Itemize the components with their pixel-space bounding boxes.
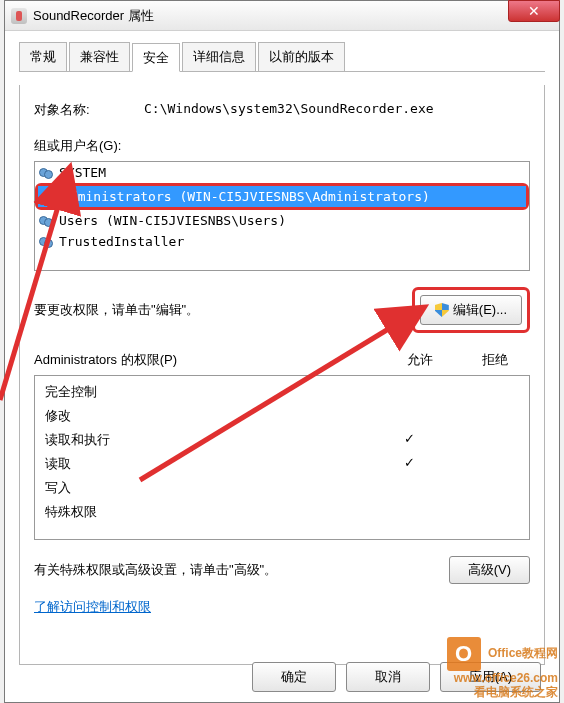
- learn-link[interactable]: 了解访问控制和权限: [34, 598, 151, 616]
- group-icon: [42, 190, 58, 204]
- perm-allow: ✓: [369, 455, 449, 473]
- properties-dialog: SoundRecorder 属性 ✕ 常规 兼容性 安全 详细信息 以前的版本 …: [4, 0, 560, 703]
- object-path: C:\Windows\system32\SoundRecorder.exe: [144, 101, 434, 119]
- tab-compatibility[interactable]: 兼容性: [69, 42, 130, 71]
- perm-deny: [449, 455, 519, 473]
- perm-name: 完全控制: [45, 383, 369, 401]
- perm-row: 读取 ✓: [45, 452, 519, 476]
- tab-details[interactable]: 详细信息: [182, 42, 256, 71]
- list-item-label: TrustedInstaller: [59, 234, 184, 249]
- object-name-label: 对象名称:: [34, 101, 144, 119]
- edit-button-label: 编辑(E)...: [453, 301, 507, 319]
- allow-header: 允许: [380, 351, 460, 369]
- advanced-row: 有关特殊权限或高级设置，请单击"高级"。 高级(V): [34, 556, 530, 584]
- list-item[interactable]: Administrators (WIN-CI5JVIESNBS\Administ…: [38, 186, 526, 207]
- highlight-box-users: Administrators (WIN-CI5JVIESNBS\Administ…: [35, 183, 529, 210]
- ok-button[interactable]: 确定: [252, 662, 336, 692]
- highlight-box-edit: 编辑(E)...: [412, 287, 530, 333]
- advanced-button-label: 高级(V): [468, 561, 511, 579]
- tab-general[interactable]: 常规: [19, 42, 67, 71]
- advanced-button[interactable]: 高级(V): [449, 556, 530, 584]
- perm-allow: [369, 383, 449, 401]
- group-icon: [39, 235, 55, 249]
- edit-button[interactable]: 编辑(E)...: [420, 295, 522, 325]
- app-icon: [11, 8, 27, 24]
- cancel-button[interactable]: 取消: [346, 662, 430, 692]
- permissions-listbox: 完全控制 修改 读取和执行 ✓ 读取 ✓: [34, 375, 530, 540]
- tab-strip: 常规 兼容性 安全 详细信息 以前的版本: [19, 42, 545, 72]
- shield-icon: [435, 303, 449, 317]
- permissions-title: Administrators 的权限(P): [34, 351, 380, 369]
- deny-header: 拒绝: [460, 351, 530, 369]
- perm-deny: [449, 383, 519, 401]
- permissions-header: Administrators 的权限(P) 允许 拒绝: [34, 351, 530, 369]
- perm-allow: [369, 503, 449, 521]
- titlebar: SoundRecorder 属性 ✕: [5, 1, 559, 31]
- groups-label: 组或用户名(G):: [34, 137, 530, 155]
- perm-deny: [449, 479, 519, 497]
- perm-row: 完全控制: [45, 380, 519, 404]
- list-item[interactable]: SYSTEM: [35, 162, 529, 183]
- list-item-label: SYSTEM: [59, 165, 106, 180]
- dialog-buttons: 确定 取消 应用(A): [252, 662, 541, 692]
- perm-name: 特殊权限: [45, 503, 369, 521]
- perm-name: 修改: [45, 407, 369, 425]
- group-icon: [39, 166, 55, 180]
- advanced-hint: 有关特殊权限或高级设置，请单击"高级"。: [34, 561, 449, 579]
- perm-allow: ✓: [369, 431, 449, 449]
- groups-listbox[interactable]: SYSTEM Administrators (WIN-CI5JVIESNBS\A…: [34, 161, 530, 271]
- apply-button[interactable]: 应用(A): [440, 662, 541, 692]
- perm-name: 读取: [45, 455, 369, 473]
- edit-hint: 要更改权限，请单击"编辑"。: [34, 301, 412, 319]
- perm-row: 读取和执行 ✓: [45, 428, 519, 452]
- group-icon: [39, 214, 55, 228]
- perm-row: 写入: [45, 476, 519, 500]
- perm-name: 写入: [45, 479, 369, 497]
- edit-row: 要更改权限，请单击"编辑"。 编辑(E)...: [34, 287, 530, 333]
- content-area: 常规 兼容性 安全 详细信息 以前的版本 对象名称: C:\Windows\sy…: [5, 31, 559, 673]
- list-item[interactable]: Users (WIN-CI5JVIESNBS\Users): [35, 210, 529, 231]
- perm-deny: [449, 407, 519, 425]
- window-title: SoundRecorder 属性: [33, 7, 154, 25]
- perm-deny: [449, 503, 519, 521]
- close-button[interactable]: ✕: [508, 0, 560, 22]
- perm-row: 修改: [45, 404, 519, 428]
- list-item-label: Users (WIN-CI5JVIESNBS\Users): [59, 213, 286, 228]
- perm-deny: [449, 431, 519, 449]
- list-item[interactable]: TrustedInstaller: [35, 231, 529, 252]
- close-icon: ✕: [528, 3, 540, 19]
- perm-allow: [369, 479, 449, 497]
- perm-row: 特殊权限: [45, 500, 519, 524]
- perm-name: 读取和执行: [45, 431, 369, 449]
- tab-security[interactable]: 安全: [132, 43, 180, 72]
- security-tab-panel: 对象名称: C:\Windows\system32\SoundRecorder.…: [19, 85, 545, 665]
- perm-allow: [369, 407, 449, 425]
- object-name-row: 对象名称: C:\Windows\system32\SoundRecorder.…: [34, 101, 530, 119]
- list-item-label: Administrators (WIN-CI5JVIESNBS\Administ…: [62, 189, 430, 204]
- tab-previous-versions[interactable]: 以前的版本: [258, 42, 345, 71]
